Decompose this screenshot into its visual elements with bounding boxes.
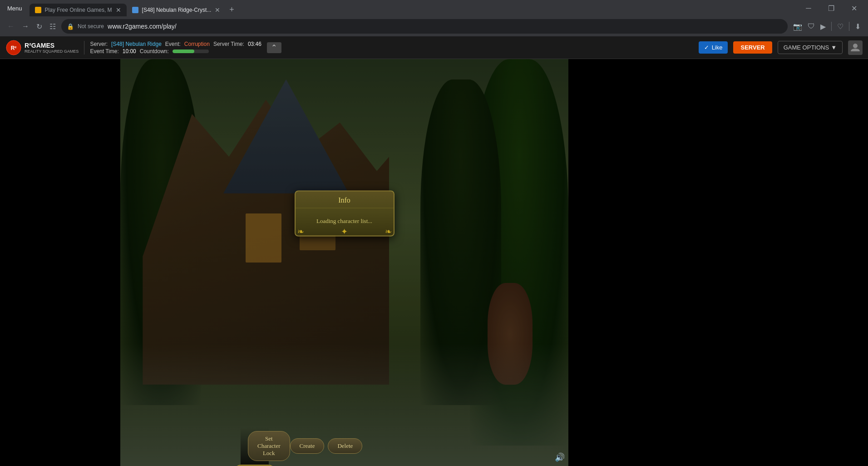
close-button[interactable]: ✕ xyxy=(843,0,864,16)
apps-button[interactable]: ☷ xyxy=(48,20,58,33)
r2games-logo-icon: R² xyxy=(5,40,22,56)
bottom-buttons-row: Set Character Lock Create Delete xyxy=(241,431,269,461)
restore-button[interactable]: ❐ xyxy=(821,0,842,16)
info-dialog: Info Loading character list... ❧ ✦ ❧ xyxy=(295,191,395,237)
info-dialog-title: Info xyxy=(296,192,394,208)
chevron-down-icon: ▼ xyxy=(831,44,837,51)
scene-overlay xyxy=(120,59,568,466)
tab2-title: [S48] Nebulan Ridge-Cryst... xyxy=(142,7,212,13)
tabs-container: Play Free Online Games, M ✕ [S48] Nebula… xyxy=(30,0,794,16)
toolbar-divider xyxy=(831,22,832,31)
server-info-row1: Server: [S48] Nebulan Ridge Event: Corru… xyxy=(90,41,261,47)
r2games-name: R²GAMES xyxy=(25,42,79,49)
server-label: Server: xyxy=(90,41,108,47)
server-time-label: Server Time: xyxy=(213,41,244,47)
event-time-value: 10:00 xyxy=(123,48,136,55)
event-time-label: Event Time: xyxy=(90,48,118,55)
svg-text:R²: R² xyxy=(11,45,17,51)
game-left-panel xyxy=(0,59,120,466)
server-info: Server: [S48] Nebulan Ridge Event: Corru… xyxy=(90,41,261,55)
reload-button[interactable]: ↻ xyxy=(35,20,44,33)
svg-point-2 xyxy=(853,44,858,48)
event-label: Event: xyxy=(165,41,181,47)
camera-icon[interactable]: 📷 xyxy=(791,20,804,33)
sound-icon[interactable]: 🔊 xyxy=(555,452,565,462)
minimize-button[interactable]: ─ xyxy=(798,0,819,16)
game-options-label: GAME OPTIONS xyxy=(784,44,829,51)
forward-button[interactable]: → xyxy=(20,20,31,32)
url-bar[interactable]: 🔒 Not secure www.r2games.com/play/ xyxy=(61,19,788,34)
menu-button[interactable]: Menu xyxy=(4,3,26,14)
game-right-panel xyxy=(568,59,868,466)
new-tab-button[interactable]: + xyxy=(226,3,238,16)
tab-1[interactable]: Play Free Online Games, M ✕ xyxy=(30,4,127,16)
scroll-indicator[interactable]: ⌃ xyxy=(267,42,281,53)
corner-center-deco: ✦ xyxy=(341,227,348,237)
tab2-close[interactable]: ✕ xyxy=(215,6,220,14)
window-controls: ─ ❐ ✕ xyxy=(798,0,864,16)
create-button[interactable]: Create xyxy=(290,438,325,454)
right-buttons: Create Delete xyxy=(290,438,363,454)
shield-icon[interactable]: 🛡 xyxy=(806,20,817,32)
bookmark-icon[interactable]: ♡ xyxy=(835,20,845,33)
game-area: Info Loading character list... ❧ ✦ ❧ Set… xyxy=(0,59,868,466)
like-label: Like xyxy=(712,44,723,51)
delete-button[interactable]: Delete xyxy=(328,438,362,454)
toolbar-separator xyxy=(84,41,84,55)
scene-dark-overlay xyxy=(120,59,568,466)
url-text: www.r2games.com/play/ xyxy=(108,23,177,30)
cast-icon[interactable]: ▶ xyxy=(819,20,828,33)
address-bar: ← → ↻ ☷ 🔒 Not secure www.r2games.com/pla… xyxy=(0,16,868,36)
game-options-button[interactable]: GAME OPTIONS ▼ xyxy=(778,41,843,54)
info-dialog-corners: ❧ ✦ ❧ xyxy=(296,227,394,237)
toolbar-divider2 xyxy=(849,22,849,31)
tab-2[interactable]: [S48] Nebulan Ridge-Cryst... ✕ xyxy=(127,4,226,16)
server-info-row2: Event Time: 10:00 Countdown: xyxy=(90,48,261,55)
server-name: [S48] Nebulan Ridge xyxy=(111,41,162,47)
tab1-favicon xyxy=(35,7,41,13)
back-button[interactable]: ← xyxy=(5,20,16,32)
info-dialog-message: Loading character list... xyxy=(316,218,372,225)
user-avatar[interactable] xyxy=(848,40,863,55)
countdown-bar xyxy=(173,50,209,53)
game-bottom-bar: Set Character Lock Create Delete Enter G… xyxy=(241,427,269,466)
download-icon[interactable]: ⬇ xyxy=(853,20,863,33)
lock-icon: 🔒 xyxy=(67,23,74,30)
countdown-label: Countdown: xyxy=(140,48,169,55)
server-time-value: 03:46 xyxy=(248,41,261,47)
title-bar: Menu Play Free Online Games, M ✕ [S48] N… xyxy=(0,0,868,16)
game-toolbar: R² R²GAMES REALITY SQUARED GAMES Server:… xyxy=(0,36,868,59)
avatar-icon xyxy=(850,42,861,53)
checkmark-icon: ✓ xyxy=(704,44,709,51)
r2games-logo: R² R²GAMES REALITY SQUARED GAMES xyxy=(5,40,79,56)
set-character-lock-button[interactable]: Set Character Lock xyxy=(248,431,290,461)
event-name: Corruption xyxy=(184,41,210,47)
tab2-favicon xyxy=(132,7,138,13)
r2games-logo-text: R²GAMES REALITY SQUARED GAMES xyxy=(25,42,79,54)
countdown-fill xyxy=(173,50,194,53)
like-button[interactable]: ✓ Like xyxy=(699,41,728,54)
game-scene: Info Loading character list... ❧ ✦ ❧ Set… xyxy=(120,59,568,466)
address-bar-actions: 📷 🛡 ▶ ♡ ⬇ xyxy=(791,20,863,33)
r2games-subtitle: REALITY SQUARED GAMES xyxy=(25,49,79,54)
tab1-title: Play Free Online Games, M xyxy=(45,7,112,13)
corner-left-deco: ❧ xyxy=(297,227,304,237)
not-secure-label: Not secure xyxy=(78,23,104,30)
tab1-close[interactable]: ✕ xyxy=(116,6,121,14)
server-button[interactable]: SERVER xyxy=(733,41,772,54)
corner-right-deco: ❧ xyxy=(385,227,392,237)
